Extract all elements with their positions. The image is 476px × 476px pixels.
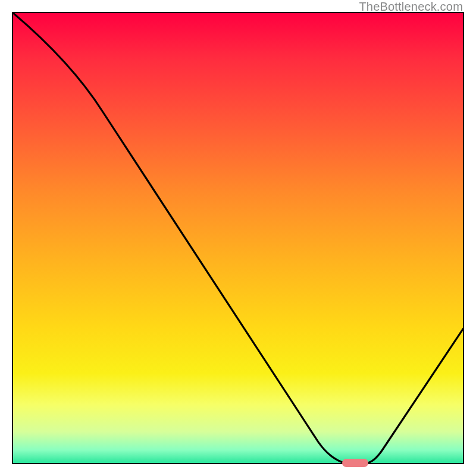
optimum-marker <box>342 459 368 467</box>
watermark-text: TheBottleneck.com <box>359 0 463 14</box>
chart-container: TheBottleneck.com <box>0 0 476 476</box>
plot-background-gradient <box>12 12 464 464</box>
